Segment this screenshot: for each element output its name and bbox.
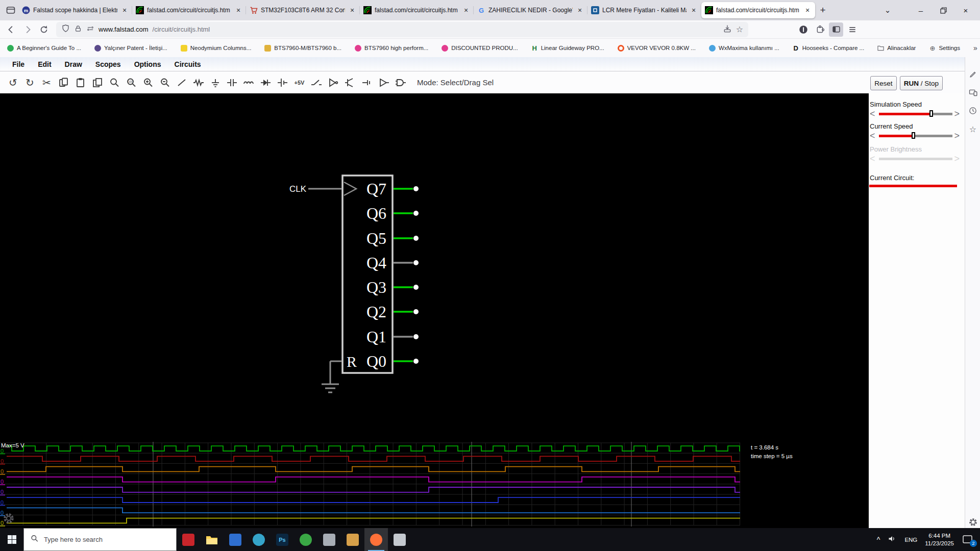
bookmark-item[interactable]: DISCOUNTED PRODU... [442,45,518,52]
tab-active[interactable]: falstad.com/circuit/circuitjs.htm× [701,2,815,18]
tab-list-chevron-icon[interactable]: ⌄ [880,0,895,20]
slider-right-arrow[interactable]: > [954,131,960,141]
cut-icon[interactable]: ✂ [38,75,55,90]
taskbar-app-amber-icon[interactable] [341,528,364,551]
undo-icon[interactable]: ↺ [5,75,21,90]
bookmark-item[interactable]: WxMaxima kullanımı ... [709,45,779,52]
restore-button[interactable] [932,0,954,20]
copy-icon[interactable] [55,75,72,90]
bookmark-item[interactable]: HLinear Guideway PRO... [531,45,604,52]
menu-hamburger-icon[interactable] [845,22,860,37]
taskbar-edge-browser-icon[interactable] [247,528,271,551]
taskbar-photoshop-icon[interactable]: Ps [271,528,294,551]
slider-right-arrow[interactable]: > [954,109,960,119]
bookmark-star-icon[interactable]: ☆ [736,24,743,34]
start-button[interactable] [0,528,23,551]
sidebar-toggle-icon[interactable] [829,22,843,37]
tab[interactable]: GZAHIRECILIK NEDIR - Google'da× [474,2,587,18]
menu-item-draw[interactable]: Draw [58,60,89,68]
scope-area[interactable]: 00000000 [0,442,869,528]
bookmark-item[interactable]: ⊕Settings [929,45,960,52]
run-stop-button[interactable]: RUN / Stop [900,76,943,90]
language-indicator[interactable]: ENG [904,537,917,543]
duplicate-icon[interactable] [89,75,106,90]
tab[interactable]: falstad.com/circuit/circuitjs.htm× [360,2,474,18]
slider-track[interactable] [879,135,952,137]
switch-icon[interactable] [308,75,325,90]
devices-icon[interactable] [967,87,978,98]
wire-icon[interactable] [173,75,190,90]
zoom-100-icon[interactable]: 100 [122,75,139,90]
taskbar-app-light-grey-icon[interactable] [388,528,411,551]
notification-icon[interactable]: 2 [962,534,974,545]
taskbar-app-blue-icon[interactable] [224,528,247,551]
taskbar-file-explorer-icon[interactable] [200,528,224,551]
bookmark-item[interactable]: A Beginner's Guide To ... [7,45,81,52]
tray-chevron-icon[interactable]: ^ [877,536,880,544]
find-icon[interactable] [106,75,122,90]
diode-icon[interactable] [257,75,274,90]
tab-close-icon[interactable]: × [690,6,698,14]
firefox-view-icon[interactable] [3,3,18,18]
tab-close-icon[interactable]: × [120,6,129,14]
tab-close-icon[interactable]: × [576,6,584,14]
tab-close-icon[interactable]: × [234,6,242,14]
shield-icon[interactable] [61,24,70,35]
circuit-canvas[interactable]: CLKQ7Q6Q5Q4Q3Q2Q1Q0R 00000000 Max=5 V t … [0,93,869,528]
reload-icon[interactable] [37,22,51,37]
menu-item-edit[interactable]: Edit [31,60,58,68]
current-speed-slider[interactable]: < > [869,132,965,140]
bookmark-item[interactable]: Alinacaklar [877,45,916,52]
current-circuit-selection-bar[interactable] [869,185,957,187]
bookmark-item[interactable]: BTS7960 high perform... [355,45,428,52]
tab-close-icon[interactable]: × [348,6,356,14]
taskbar-app-grey-icon[interactable] [317,528,341,551]
zoom-out-icon[interactable] [156,75,173,90]
capacitor-icon[interactable] [224,75,240,90]
tab[interactable]: LCR Metre Fiyatları - Kaliteli Ma× [587,2,701,18]
simulation-speed-slider[interactable]: < > [869,110,965,118]
slider-thumb[interactable] [912,132,915,139]
bookmark-item[interactable]: Yalçıner Patent - İletişi... [94,45,167,52]
tab-close-icon[interactable]: × [462,6,470,14]
forward-icon[interactable] [20,22,35,37]
menu-item-circuits[interactable]: Circuits [168,60,208,68]
settings-gear-icon[interactable] [967,516,978,528]
edit-icon[interactable] [967,68,978,80]
tab-close-icon[interactable]: × [803,6,812,14]
permissions-icon[interactable] [86,24,94,35]
menu-item-scopes[interactable]: Scopes [89,60,128,68]
taskbar-clock[interactable]: 6:44 PM 11/23/2025 [925,532,954,547]
tab[interactable]: falstad.com/circuit/circuitjs.htm× [132,2,246,18]
bookmarks-star-icon[interactable]: ☆ [967,123,978,135]
bookmark-item[interactable]: BTS7960-M/BTS7960 b... [264,45,341,52]
inverter-icon[interactable] [325,75,341,90]
slider-left-arrow[interactable]: < [870,131,875,141]
and-gate-icon[interactable] [392,75,409,90]
zoom-in-icon[interactable] [139,75,156,90]
taskbar-search-input[interactable]: Type here to search [23,528,177,551]
lock-icon[interactable] [74,24,82,35]
back-icon[interactable] [4,22,18,37]
slider-track[interactable] [879,113,952,115]
bookmarks-overflow-chevron[interactable]: » [973,44,977,52]
inductor-icon[interactable] [240,75,257,90]
url-bar[interactable]: www.falstad.com/circuit/circuitjs.html ☆ [56,22,748,37]
battery-icon[interactable] [274,75,291,90]
extensions-puzzle-icon[interactable] [813,22,827,37]
redo-icon[interactable]: ↻ [21,75,38,90]
bookmark-item[interactable]: Neodymium Columns... [181,45,252,52]
bookmark-item[interactable]: VEVOR VEVOR 0.8KW ... [618,45,696,52]
menu-item-options[interactable]: Options [128,60,168,68]
buffer-icon[interactable] [375,75,392,90]
speaker-icon[interactable] [888,534,897,545]
ground-icon[interactable] [207,75,224,90]
menu-item-file[interactable]: File [6,60,31,68]
taskbar-app-green-icon[interactable] [294,528,317,551]
new-tab-button[interactable]: + [815,3,830,18]
save-page-icon[interactable] [723,24,732,35]
profile-avatar[interactable] [796,22,811,37]
paste-icon[interactable] [72,75,89,90]
reset-button[interactable]: Reset [870,76,897,90]
minimize-button[interactable]: – [910,0,932,20]
